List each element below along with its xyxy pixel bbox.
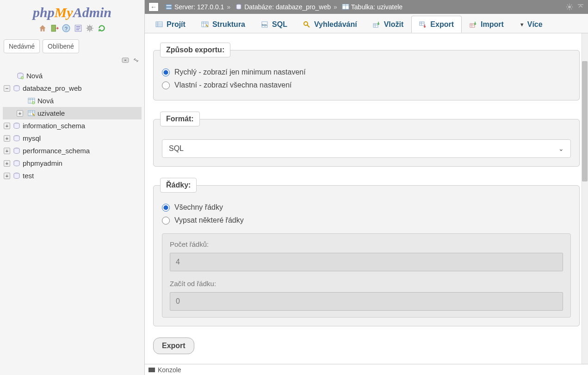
row-start-input[interactable]	[170, 292, 563, 311]
bc-database[interactable]: Databáze: databaze_pro_web	[244, 3, 331, 11]
table-struct-icon	[28, 110, 35, 117]
logo-admin: Admin	[73, 5, 111, 20]
rows-fieldset: Řádky: Všechny řádky Vypsat některé řádk…	[153, 178, 580, 326]
tab-browse[interactable]: Projít	[148, 16, 193, 33]
reload-icon[interactable]	[98, 24, 106, 32]
svg-point-4	[88, 26, 92, 31]
radio-quick-input[interactable]	[162, 69, 170, 76]
collapse-top-icon[interactable]	[577, 3, 584, 11]
tab-search[interactable]: Vyhledávání	[295, 16, 365, 33]
radio-some-rows[interactable]: Vypsat některé řádky	[162, 214, 571, 227]
tree-db-label: phpmyadmin	[23, 159, 62, 167]
structure-icon	[201, 21, 209, 28]
tree-table-current-label: uzivatele	[37, 109, 65, 117]
db-icon	[13, 160, 20, 167]
radio-all-rows-input[interactable]	[162, 204, 170, 212]
expand-icon[interactable]: +	[4, 123, 10, 129]
back-button[interactable]: ←	[149, 2, 159, 12]
db-tree: Nová − databaze_pro_web Nová + uzivatele…	[0, 68, 144, 184]
table-icon	[342, 3, 349, 11]
insert-icon	[373, 21, 380, 28]
svg-rect-18	[166, 5, 172, 6]
tree-new-db[interactable]: Nová	[3, 69, 142, 82]
tree-table-current[interactable]: + uzivatele	[3, 107, 142, 119]
db-new-icon	[17, 72, 24, 80]
home-icon[interactable]	[38, 24, 47, 32]
expand-icon[interactable]: +	[4, 148, 10, 154]
expand-icon[interactable]: +	[17, 110, 23, 117]
tree-new-table[interactable]: Nová	[3, 94, 142, 107]
radio-all-rows[interactable]: Všechny řádky	[162, 201, 571, 214]
row-count-input[interactable]	[170, 253, 563, 271]
logo-my: My	[55, 5, 73, 20]
svg-rect-19	[166, 7, 172, 9]
recent-tab[interactable]: Nedávné	[4, 39, 40, 53]
tree-db-2[interactable]: +performance_schema	[3, 144, 142, 157]
expand-icon[interactable]: +	[4, 160, 10, 167]
tab-export[interactable]: Export	[411, 16, 462, 33]
breadcrumb: ← Server: 127.0.0.1 » Databáze: databaze…	[145, 0, 588, 14]
svg-point-27	[304, 22, 308, 25]
tree-db-0[interactable]: +information_schema	[3, 119, 142, 132]
tree-db-4[interactable]: +test	[3, 169, 142, 182]
console-bar[interactable]: Konzole	[145, 364, 588, 375]
svg-rect-6	[124, 60, 126, 61]
export-button[interactable]: Export	[153, 338, 194, 354]
server-icon	[165, 3, 173, 11]
tree-db-label: performance_schema	[23, 147, 90, 155]
tree-db-current-label: databaze_pro_web	[23, 84, 82, 92]
logo[interactable]: phpMyAdmin	[0, 0, 144, 22]
tab-insert[interactable]: Vložit	[365, 16, 412, 33]
favorites-tab[interactable]: Oblíbené	[43, 39, 79, 53]
db-icon	[13, 147, 20, 155]
link-icon[interactable]	[132, 57, 140, 63]
tree-db-current[interactable]: − databaze_pro_web	[3, 82, 142, 94]
bc-server[interactable]: Server: 127.0.0.1	[174, 3, 224, 11]
docs-icon[interactable]: ?	[62, 24, 70, 32]
format-select[interactable]: SQL ⌄	[162, 139, 571, 158]
export-method-legend: Způsob exportu:	[160, 43, 230, 57]
tree-db-1[interactable]: +mysql	[3, 132, 142, 144]
db-icon	[13, 135, 20, 142]
scrollbar[interactable]	[582, 33, 588, 364]
gear-icon[interactable]	[566, 3, 573, 11]
format-legend: Formát:	[160, 112, 200, 126]
settings-icon[interactable]	[86, 24, 94, 32]
svg-point-22	[568, 6, 571, 8]
logout-icon[interactable]	[50, 24, 59, 32]
sql-icon: SQL	[261, 21, 268, 28]
sidebar-tabs: Nedávné Oblíbené	[0, 38, 144, 55]
sidebar: phpMyAdmin ? Nedávné Oblíbené Nová − dat…	[0, 0, 145, 375]
radio-custom[interactable]: Vlastní - zobrazí všechna nastavení	[162, 79, 571, 92]
console-label: Konzole	[158, 366, 181, 374]
tree-db-3[interactable]: +phpmyadmin	[3, 157, 142, 169]
tab-structure[interactable]: Struktura	[193, 16, 253, 33]
radio-quick[interactable]: Rychlý - zobrazí jen minimum nastavení	[162, 66, 571, 79]
tree-new-table-label: Nová	[37, 97, 54, 105]
sql-help-icon[interactable]	[74, 24, 82, 32]
svg-text:SQL: SQL	[262, 24, 268, 26]
radio-custom-label: Vlastní - zobrazí všechna nastavení	[174, 81, 291, 89]
svg-rect-0	[51, 25, 56, 31]
expand-icon[interactable]: +	[4, 135, 10, 142]
row-start-label: Začít od řádku:	[170, 280, 563, 288]
tab-import[interactable]: Import	[462, 16, 512, 33]
bc-table[interactable]: Tabulka: uzivatele	[351, 3, 402, 11]
collapse-all-icon[interactable]	[122, 57, 129, 63]
tree-new-db-label: Nová	[26, 72, 43, 80]
db-icon	[13, 85, 20, 92]
tab-more[interactable]: ▼Více	[512, 16, 551, 33]
radio-custom-input[interactable]	[162, 81, 170, 89]
caret-down-icon: ▼	[520, 22, 525, 27]
collapse-icon[interactable]: −	[4, 85, 10, 92]
scrollbar-thumb[interactable]	[582, 61, 588, 181]
bc-separator: »	[227, 3, 230, 11]
chevron-down-icon: ⌄	[558, 145, 564, 152]
radio-some-rows-label: Vypsat některé řádky	[174, 216, 244, 225]
db-icon	[13, 172, 20, 180]
export-method-fieldset: Způsob exportu: Rychlý - zobrazí jen min…	[153, 43, 580, 100]
radio-some-rows-input[interactable]	[162, 217, 170, 225]
row-count-label: Počet řádků:	[170, 240, 563, 248]
expand-icon[interactable]: +	[4, 173, 10, 179]
tab-sql[interactable]: SQLSQL	[253, 16, 295, 33]
